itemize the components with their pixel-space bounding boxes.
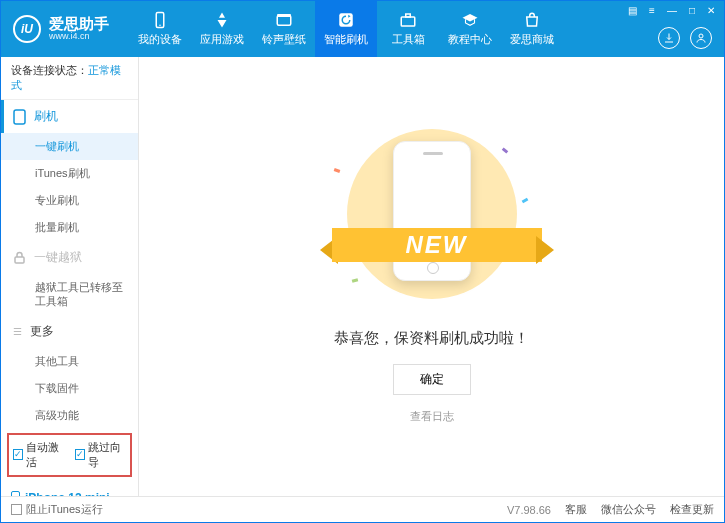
refresh-icon [337, 11, 355, 29]
wechat-link[interactable]: 微信公众号 [601, 502, 656, 517]
app-subtitle: www.i4.cn [49, 32, 109, 42]
logo: iU 爱思助手 www.i4.cn [1, 15, 121, 43]
statusbar: 阻止iTunes运行 V7.98.66 客服 微信公众号 检查更新 [1, 496, 724, 522]
sidebar-section-more[interactable]: ☰ 更多 [1, 315, 138, 348]
checkbox-skip-guide[interactable]: ✓跳过向导 [75, 440, 127, 470]
nav-tutorials[interactable]: 教程中心 [439, 1, 501, 57]
svg-rect-6 [406, 14, 411, 17]
device-info[interactable]: iPhone 12 mini 64GB Down-12mini-13,1 [1, 485, 138, 496]
view-log-link[interactable]: 查看日志 [410, 409, 454, 424]
checkbox-label: 阻止iTunes运行 [26, 502, 103, 517]
download-icon [663, 32, 675, 44]
svg-rect-9 [15, 257, 24, 263]
phone-flash-icon [13, 109, 26, 125]
main-content: NEW 恭喜您，保资料刷机成功啦！ 确定 查看日志 [139, 57, 724, 496]
maximize-button[interactable]: □ [686, 5, 698, 16]
conn-label: 设备连接状态： [11, 64, 88, 76]
customer-service-link[interactable]: 客服 [565, 502, 587, 517]
grad-cap-icon [461, 11, 479, 29]
checkbox-auto-activate[interactable]: ✓自动激活 [13, 440, 65, 470]
check-update-link[interactable]: 检查更新 [670, 502, 714, 517]
sidebar-item-download-firmware[interactable]: 下载固件 [1, 375, 138, 402]
nav-label: 教程中心 [448, 32, 492, 47]
nav-my-devices[interactable]: 我的设备 [129, 1, 191, 57]
apps-icon [213, 11, 231, 29]
version-label: V7.98.66 [507, 504, 551, 516]
success-illustration: NEW [322, 129, 542, 309]
sidebar-item-batch-flash[interactable]: 批量刷机 [1, 214, 138, 241]
download-button[interactable] [658, 27, 680, 49]
sidebar-item-oneclick-flash[interactable]: 一键刷机 [1, 133, 138, 160]
wallet-icon [275, 11, 293, 29]
nav-label: 智能刷机 [324, 32, 368, 47]
sidebar-item-other-tools[interactable]: 其他工具 [1, 348, 138, 375]
bag-icon [523, 11, 541, 29]
menu-icon: ☰ [13, 326, 22, 337]
nav-smart-flash[interactable]: 智能刷机 [315, 1, 377, 57]
nav-toolbox[interactable]: 工具箱 [377, 1, 439, 57]
win-menu[interactable]: ▤ [625, 5, 640, 16]
new-ribbon-icon: NEW [322, 224, 552, 266]
svg-point-7 [699, 34, 703, 38]
svg-rect-5 [401, 17, 415, 26]
nav-store[interactable]: 爱思商城 [501, 1, 563, 57]
nav-label: 工具箱 [392, 32, 425, 47]
ribbon-text: NEW [332, 228, 542, 262]
sidebar-item-advanced[interactable]: 高级功能 [1, 402, 138, 429]
app-title: 爱思助手 [49, 16, 109, 33]
sidebar-item-itunes-flash[interactable]: iTunes刷机 [1, 160, 138, 187]
nav-label: 我的设备 [138, 32, 182, 47]
logo-icon: iU [13, 15, 41, 43]
lock-icon [13, 251, 26, 264]
user-icon [695, 32, 707, 44]
ok-button[interactable]: 确定 [393, 364, 471, 395]
phone-icon [151, 11, 169, 29]
svg-rect-8 [14, 110, 25, 124]
section-label: 一键越狱 [34, 249, 82, 266]
titlebar: iU 爱思助手 www.i4.cn 我的设备 应用游戏 铃声壁纸 智能刷机 工具… [1, 1, 724, 57]
nav-ringtones[interactable]: 铃声壁纸 [253, 1, 315, 57]
account-button[interactable] [690, 27, 712, 49]
toolbox-icon [399, 11, 417, 29]
checkbox-label: 跳过向导 [88, 440, 127, 470]
sidebar: 设备连接状态：正常模式 刷机 一键刷机 iTunes刷机 专业刷机 批量刷机 一… [1, 57, 139, 496]
nav-label: 爱思商城 [510, 32, 554, 47]
sidebar-section-flash[interactable]: 刷机 [1, 100, 138, 133]
nav-apps-games[interactable]: 应用游戏 [191, 1, 253, 57]
window-controls: ▤ ≡ — □ ✕ [625, 5, 718, 16]
svg-rect-4 [339, 13, 353, 27]
minimize-button[interactable]: — [664, 5, 680, 16]
nav-label: 应用游戏 [200, 32, 244, 47]
success-message: 恭喜您，保资料刷机成功啦！ [334, 329, 529, 348]
main-nav: 我的设备 应用游戏 铃声壁纸 智能刷机 工具箱 教程中心 爱思商城 [129, 1, 563, 57]
nav-label: 铃声壁纸 [262, 32, 306, 47]
flash-options: ✓自动激活 ✓跳过向导 [7, 433, 132, 477]
section-label: 更多 [30, 323, 54, 340]
close-button[interactable]: ✕ [704, 5, 718, 16]
sidebar-section-jailbreak[interactable]: 一键越狱 [1, 241, 138, 274]
app-window: iU 爱思助手 www.i4.cn 我的设备 应用游戏 铃声壁纸 智能刷机 工具… [0, 0, 725, 523]
svg-rect-3 [277, 14, 291, 17]
win-drawer[interactable]: ≡ [646, 5, 658, 16]
sidebar-item-pro-flash[interactable]: 专业刷机 [1, 187, 138, 214]
checkbox-block-itunes[interactable]: 阻止iTunes运行 [11, 502, 103, 517]
svg-point-1 [159, 25, 161, 27]
connection-status: 设备连接状态：正常模式 [1, 57, 138, 100]
section-label: 刷机 [34, 108, 58, 125]
sidebar-item-jailbreak-note: 越狱工具已转移至工具箱 [1, 274, 138, 315]
checkbox-label: 自动激活 [26, 440, 65, 470]
